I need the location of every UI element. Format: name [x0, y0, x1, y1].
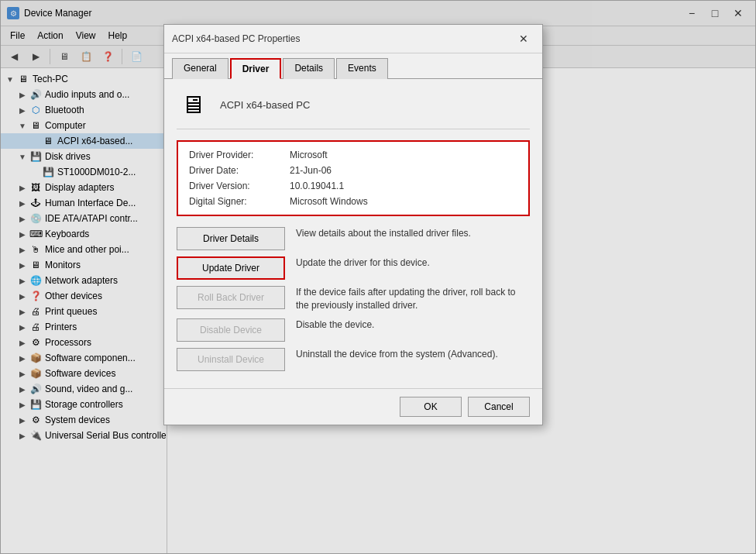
driver-row-signer: Digital Signer: Microsoft Windows — [189, 196, 517, 207]
modal-title: ACPI x64-based PC Properties — [172, 33, 300, 44]
disable-desc: Disable the device. — [296, 318, 530, 332]
update-driver-button[interactable]: Update Driver — [177, 256, 285, 280]
tab-details-label: Details — [294, 63, 323, 74]
disable-device-button[interactable]: Disable Device — [177, 318, 285, 342]
uninstall-desc: Uninstall the device from the system (Ad… — [296, 348, 530, 361]
cancel-button[interactable]: Cancel — [468, 397, 530, 417]
driver-row-date: Driver Date: 21-Jun-06 — [189, 165, 517, 176]
device-name: ACPI x64-based PC — [220, 99, 310, 111]
device-header: 🖥 ACPI x64-based PC — [177, 88, 530, 129]
modal-body: 🖥 ACPI x64-based PC Driver Provider: Mic… — [164, 79, 542, 380]
driver-details-button[interactable]: Driver Details — [177, 227, 285, 250]
device-image: 🖥 — [177, 88, 209, 121]
driver-details-desc: View details about the installed driver … — [296, 227, 530, 240]
btn-row-uninstall: Uninstall Device Uninstall the device fr… — [177, 348, 530, 371]
modal-titlebar: ACPI x64-based PC Properties ✕ — [164, 25, 542, 53]
driver-date-label: Driver Date: — [189, 165, 290, 176]
btn-row-details: Driver Details View details about the in… — [177, 227, 530, 250]
tab-general[interactable]: General — [172, 58, 229, 79]
tab-details[interactable]: Details — [283, 58, 335, 79]
btn-row-update: Update Driver Update the driver for this… — [177, 256, 530, 280]
modal-close-button[interactable]: ✕ — [513, 31, 534, 46]
driver-info-box: Driver Provider: Microsoft Driver Date: … — [177, 140, 530, 216]
roll-back-desc: If the device fails after updating the d… — [296, 286, 530, 312]
driver-signer-value: Microsoft Windows — [290, 196, 368, 207]
properties-dialog: ACPI x64-based PC Properties ✕ General D… — [163, 24, 543, 425]
driver-provider-label: Driver Provider: — [189, 150, 290, 160]
ok-button[interactable]: OK — [400, 397, 462, 417]
driver-version-value: 10.0.19041.1 — [290, 181, 344, 191]
driver-version-label: Driver Version: — [189, 181, 290, 191]
tab-events[interactable]: Events — [336, 58, 388, 79]
device-manager-window: ⚙ Device Manager − □ ✕ File Action View … — [0, 0, 756, 554]
tab-general-label: General — [184, 63, 217, 74]
modal-footer: OK Cancel — [164, 388, 542, 425]
driver-date-value: 21-Jun-06 — [290, 165, 332, 176]
modal-tabs: General Driver Details Events — [164, 53, 542, 79]
driver-provider-value: Microsoft — [290, 150, 328, 160]
modal-overlay: ACPI x64-based PC Properties ✕ General D… — [1, 1, 755, 553]
uninstall-device-button[interactable]: Uninstall Device — [177, 348, 285, 371]
btn-row-disable: Disable Device Disable the device. — [177, 318, 530, 342]
roll-back-driver-button[interactable]: Roll Back Driver — [177, 286, 285, 309]
action-buttons: Driver Details View details about the in… — [177, 227, 530, 371]
tab-events-label: Events — [348, 63, 376, 74]
update-driver-desc: Update the driver for this device. — [296, 256, 530, 270]
driver-signer-label: Digital Signer: — [189, 196, 290, 207]
driver-row-version: Driver Version: 10.0.19041.1 — [189, 181, 517, 191]
tab-driver-label: Driver — [242, 64, 270, 74]
driver-row-provider: Driver Provider: Microsoft — [189, 150, 517, 160]
btn-row-rollback: Roll Back Driver If the device fails aft… — [177, 286, 530, 312]
tab-driver[interactable]: Driver — [230, 58, 282, 79]
